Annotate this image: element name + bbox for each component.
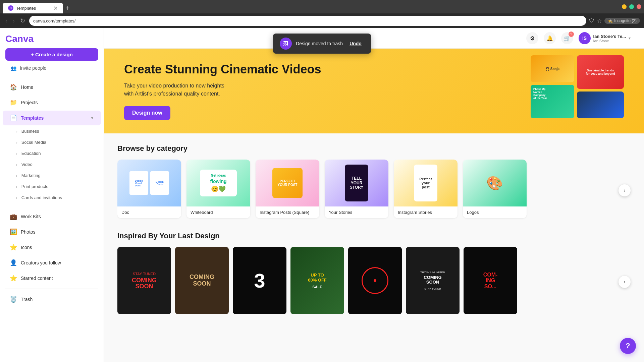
print-label: Print products: [21, 184, 48, 189]
help-icon: ?: [626, 342, 630, 350]
starred-icon: ⭐: [9, 274, 17, 282]
logos-label: Logos: [463, 206, 527, 218]
user-subtitle: Ian Stone: [593, 39, 626, 43]
back-button[interactable]: ‹: [4, 16, 9, 26]
hero-cta-button[interactable]: Design now: [124, 106, 170, 120]
sidebar-divider: [5, 206, 98, 206]
design-scroll: STAY TUNED COMINGSOON COMINGSOON 3: [117, 247, 631, 317]
cart-button[interactable]: 🛒 1: [561, 32, 573, 44]
icons-icon: ⭐: [9, 243, 17, 251]
minimize-button[interactable]: −: [622, 4, 627, 9]
instagram-stories-thumbnail: Perfectyourpost: [394, 160, 458, 206]
refresh-button[interactable]: ↻: [19, 16, 26, 26]
sidebar-item-templates[interactable]: 📄 Templates ▼: [3, 111, 101, 125]
design-card-1[interactable]: STAY TUNED COMINGSOON: [117, 247, 171, 314]
url-bar[interactable]: canva.com/templates/: [29, 16, 586, 26]
toast-avatar-icon: 🖼: [283, 41, 288, 47]
sidebar-item-projects[interactable]: 📁 Projects: [3, 95, 101, 110]
tab-favicon: C: [8, 5, 13, 11]
user-avatar: IS: [579, 32, 591, 44]
sidebar-item-photos[interactable]: 🖼️ Photos: [3, 225, 101, 239]
design-card-3[interactable]: 3: [233, 247, 286, 314]
starred-label: Starred content: [21, 276, 53, 281]
sidebar-item-social-media[interactable]: › Social Media: [3, 137, 101, 147]
hero-banner: Create Stunning Cinematic Videos Take yo…: [104, 49, 644, 133]
sidebar-item-marketing[interactable]: › Marketing: [3, 170, 101, 181]
sidebar-item-work-kits[interactable]: 💼 Work Kits: [3, 209, 101, 224]
sidebar-item-trash[interactable]: 🗑️ Trash: [3, 292, 101, 307]
notification-icon: 🔔: [546, 35, 553, 42]
browse-section: Browse by category DesignVisualDocs Desi…: [104, 133, 644, 232]
create-design-button[interactable]: + Create a design: [5, 48, 98, 61]
close-button[interactable]: ✕: [637, 4, 641, 9]
browse-section-title: Browse by category: [117, 144, 631, 153]
category-scroll-arrow[interactable]: ›: [619, 184, 631, 196]
social-label: Social Media: [21, 140, 46, 145]
cart-badge: 1: [569, 32, 574, 37]
logos-thumbnail: 🎨: [463, 160, 527, 206]
sidebar-item-home[interactable]: 🏠 Home: [3, 80, 101, 95]
address-actions: 🛡 ☆ 🕵 Incognito (2): [589, 18, 640, 24]
help-button[interactable]: ?: [620, 338, 636, 354]
toast-undo-button[interactable]: Undo: [347, 41, 364, 46]
category-card-stories[interactable]: TELLYOURSTORY Your Stories: [325, 160, 388, 218]
invite-icon: 👥: [11, 65, 16, 71]
category-card-doc[interactable]: DesignVisualDocs DesignDocs Doc: [117, 160, 181, 218]
sub-chevron-icon: ›: [16, 163, 17, 167]
projects-label: Projects: [21, 100, 38, 105]
design-card-2[interactable]: COMINGSOON: [175, 247, 229, 314]
design-card-7[interactable]: COM-INGSO...: [464, 247, 517, 314]
shield-icon: 🛡: [589, 18, 594, 24]
address-bar: ‹ › ↻ canva.com/templates/ 🛡 ☆ 🕵 Incogni…: [0, 13, 644, 28]
sidebar-item-print-products[interactable]: › Print products: [3, 181, 101, 192]
icons-label: Icons: [21, 245, 32, 250]
sub-chevron-icon: ›: [16, 196, 17, 200]
star-icon[interactable]: ☆: [597, 18, 602, 24]
category-card-logos[interactable]: 🎨 Logos: [463, 160, 527, 218]
category-card-instagram-stories[interactable]: Perfectyourpost Instagram Stories: [394, 160, 458, 218]
user-initials: IS: [582, 36, 587, 41]
forward-button[interactable]: ›: [11, 16, 16, 26]
sidebar-item-cards-invitations[interactable]: › Cards and invitations: [3, 192, 101, 203]
user-menu-chevron-icon: ▾: [629, 36, 631, 41]
hero-img-col-2: Sustainable trendsfor 2030 and beyond: [577, 55, 624, 118]
sidebar-item-education[interactable]: › Education: [3, 148, 101, 159]
invite-label: Invite people: [20, 65, 46, 71]
sidebar-item-business[interactable]: › Business: [3, 126, 101, 136]
invite-people-button[interactable]: 👥 Invite people: [5, 62, 98, 74]
category-card-whiteboard[interactable]: Get ideas flowing 😊💚 Whiteboard: [186, 160, 250, 218]
sidebar-item-creators-follow[interactable]: 👤 Creators you follow: [3, 255, 101, 270]
sidebar-item-video[interactable]: › Video: [3, 159, 101, 170]
category-card-instagram[interactable]: PERFECT YOUR POST Instagram Posts (Squar…: [256, 160, 319, 218]
user-menu-button[interactable]: IS Ian Stone's Te... Ian Stone ▾: [579, 32, 631, 44]
design-card-5[interactable]: [348, 247, 402, 314]
sidebar: Canva + Create a design 👥 Invite people …: [0, 28, 104, 362]
sidebar-divider-2: [5, 289, 98, 289]
design-card-4[interactable]: UP TO60% OFF SALE: [290, 247, 344, 314]
hero-images: 👩 Sonja Phase UpNamedCompanyof the Year …: [531, 55, 624, 118]
trash-label: Trash: [21, 297, 33, 302]
sidebar-item-starred-content[interactable]: ⭐ Starred content: [3, 271, 101, 286]
settings-button[interactable]: ⚙: [526, 32, 538, 44]
projects-icon: 📁: [9, 99, 17, 107]
design-scroll-arrow[interactable]: ›: [619, 276, 631, 288]
url-text: canva.com/templates/: [33, 18, 75, 23]
app-layout: Canva + Create a design 👥 Invite people …: [0, 28, 644, 362]
new-tab-button[interactable]: +: [63, 3, 72, 13]
marketing-label: Marketing: [21, 173, 41, 178]
tab-close-btn[interactable]: ✕: [53, 5, 58, 11]
active-tab[interactable]: C Templates ✕: [3, 3, 63, 13]
sidebar-item-icons[interactable]: ⭐ Icons: [3, 240, 101, 255]
toast-notification: 🖼 Design moved to trash Undo: [273, 34, 371, 54]
maximize-button[interactable]: □: [629, 4, 634, 9]
category-scroll: DesignVisualDocs DesignDocs Doc Get idea…: [117, 160, 631, 221]
hero-image-1: 👩 Sonja: [531, 55, 574, 82]
hero-img-col-1: 👩 Sonja Phase UpNamedCompanyof the Year: [531, 55, 574, 118]
incognito-label: Incognito (2): [614, 18, 637, 23]
main-content: ⚙ 🔔 🛒 1 IS Ian Stone's Te... Ian Stone ▾: [104, 28, 644, 362]
design-card-6[interactable]: THYNK UNLIMITED COMINGSOON STAY TUNED: [406, 247, 460, 314]
home-label: Home: [21, 84, 33, 90]
notification-button[interactable]: 🔔: [544, 32, 556, 44]
incognito-badge: 🕵 Incognito (2): [604, 18, 640, 24]
inspired-section: Inspired By Your Last Design STAY TUNED …: [104, 232, 644, 327]
